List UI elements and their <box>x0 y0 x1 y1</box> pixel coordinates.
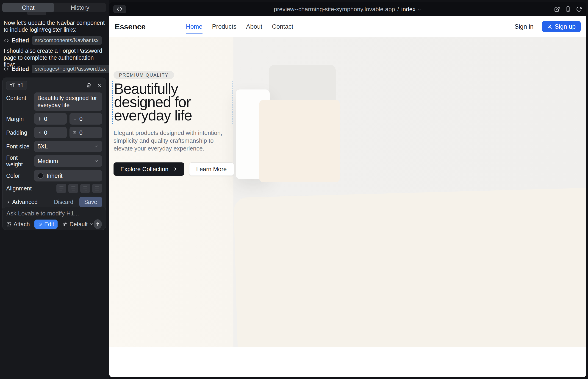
prompt-input[interactable] <box>6 210 102 217</box>
advanced-toggle[interactable]: Advanced <box>6 199 38 205</box>
tab-chat[interactable]: Chat <box>2 3 54 12</box>
sign-up-label: Sign up <box>555 23 576 30</box>
chevron-right-icon <box>6 200 10 204</box>
font-weight-value: Medium <box>38 158 58 164</box>
code-icon <box>4 66 9 72</box>
align-left-button[interactable] <box>56 184 66 193</box>
color-value: Inherit <box>46 173 62 179</box>
nav-link-home[interactable]: Home <box>186 23 202 30</box>
image-icon <box>6 222 12 227</box>
sign-in-link[interactable]: Sign in <box>515 23 534 30</box>
padding-y-icon <box>73 130 77 135</box>
attach-button[interactable]: Attach <box>6 221 30 228</box>
font-weight-label: Font weight <box>6 154 34 168</box>
learn-more-button[interactable]: Learn More <box>189 162 234 176</box>
edit-mode-icon <box>38 222 42 226</box>
url-page: index <box>401 6 416 13</box>
sliders-icon <box>62 222 68 227</box>
color-swatch <box>38 173 44 179</box>
margin-y-icon <box>73 117 77 121</box>
padding-y-input[interactable]: 0 <box>69 127 102 138</box>
refresh-button[interactable] <box>576 6 582 12</box>
decorative-band <box>233 187 586 347</box>
content-input[interactable]: Beautifully designed for everyday life <box>34 93 102 111</box>
h1-selection-outline: Beautifully designed for everyday life <box>112 81 233 124</box>
model-default-button[interactable]: Default <box>62 221 93 228</box>
tab-history[interactable]: History <box>54 3 106 12</box>
alignment-label: Alignment <box>6 185 34 192</box>
preview-window: preview--charming-site-symphony.lovable.… <box>109 2 586 377</box>
send-button[interactable] <box>93 219 102 229</box>
discard-button[interactable]: Discard <box>54 199 73 205</box>
align-justify-button[interactable] <box>92 184 102 193</box>
margin-y-input[interactable]: 0 <box>69 113 102 125</box>
margin-x-input[interactable]: 0 <box>34 113 67 125</box>
margin-x-icon <box>37 117 42 121</box>
padding-label: Padding <box>6 129 34 136</box>
padding-x-input[interactable]: 0 <box>34 127 67 138</box>
url-host: preview--charming-site-symphony.lovable.… <box>274 6 395 13</box>
padding-y-value: 0 <box>79 129 83 136</box>
margin-y-value: 0 <box>79 116 83 122</box>
close-editor-button[interactable] <box>96 83 102 88</box>
advanced-label: Advanced <box>12 199 38 205</box>
edited-file-row: Edited src/components/Navbar.tsx <box>4 36 102 45</box>
edited-label: Edited <box>12 37 29 44</box>
code-view-toggle[interactable] <box>113 5 126 13</box>
chevron-down-icon <box>94 159 99 163</box>
url-separator: / <box>397 6 399 13</box>
element-editor-panel: h1 Content Beautifully designed for ever… <box>2 78 106 211</box>
edit-mode-label: Edit <box>44 221 54 228</box>
chevron-down-icon <box>94 144 99 149</box>
mobile-view-button[interactable] <box>565 6 571 12</box>
color-select[interactable]: Inherit <box>34 170 102 181</box>
nav-link-contact[interactable]: Contact <box>272 23 293 30</box>
delete-element-button[interactable] <box>86 83 92 88</box>
attach-label: Attach <box>14 221 30 228</box>
edit-mode-button[interactable]: Edit <box>34 220 58 229</box>
code-icon <box>4 38 9 43</box>
site-brand[interactable]: Essence <box>115 22 146 31</box>
site-navbar: Essence Home Products About Contact Sign… <box>109 16 586 37</box>
padding-x-value: 0 <box>44 129 47 136</box>
site-page: Essence Home Products About Contact Sign… <box>109 16 586 377</box>
explore-collection-label: Explore Collection <box>120 166 169 173</box>
decorative-cream-card <box>259 100 340 182</box>
hero-section: PREMIUM QUALITY Beautifully designed for… <box>109 37 586 347</box>
save-button[interactable]: Save <box>79 197 102 207</box>
prompt-composer: Attach Edit Default <box>2 207 106 230</box>
font-size-label: Font size <box>6 143 34 150</box>
selected-element-pill[interactable]: h1 <box>6 81 27 90</box>
typography-icon <box>10 83 15 88</box>
chat-message: Now let's update the Navbar component to… <box>4 19 106 33</box>
element-tag-label: h1 <box>17 82 24 89</box>
hero-paragraph[interactable]: Elegant products designed with intention… <box>113 129 229 152</box>
user-icon <box>547 24 552 29</box>
font-size-value: 5XL <box>38 143 48 150</box>
content-label: Content <box>6 93 34 101</box>
browser-bar: preview--charming-site-symphony.lovable.… <box>109 2 586 16</box>
file-badge-forgot-password[interactable]: src/pages/ForgotPassword.tsx <box>32 65 109 73</box>
chevron-down-icon <box>417 7 421 12</box>
edited-label: Edited <box>12 66 29 72</box>
font-weight-select[interactable]: Medium <box>34 155 102 167</box>
nav-link-products[interactable]: Products <box>212 23 237 30</box>
margin-label: Margin <box>6 116 34 122</box>
file-badge-navbar[interactable]: src/components/Navbar.tsx <box>32 36 102 45</box>
color-label: Color <box>6 173 34 179</box>
url-breadcrumb[interactable]: preview--charming-site-symphony.lovable.… <box>274 6 421 13</box>
sidebar-tabbar: Chat History <box>2 3 106 12</box>
font-size-select[interactable]: 5XL <box>34 141 102 152</box>
arrow-right-icon <box>172 166 177 172</box>
sign-up-button[interactable]: Sign up <box>542 21 581 32</box>
align-right-button[interactable] <box>80 184 90 193</box>
explore-collection-button[interactable]: Explore Collection <box>113 162 184 176</box>
edited-file-row: Edited src/pages/ForgotPassword.tsx <box>4 65 109 73</box>
chevron-down-icon <box>90 222 93 226</box>
hero-heading[interactable]: Beautifully designed for everyday life <box>113 81 232 122</box>
align-center-button[interactable] <box>68 184 78 193</box>
chat-sidebar: Chat History Now let's update the Navbar… <box>0 0 109 379</box>
open-external-button[interactable] <box>554 6 560 12</box>
nav-link-about[interactable]: About <box>246 23 262 30</box>
hero-badge: PREMIUM QUALITY <box>113 71 174 79</box>
